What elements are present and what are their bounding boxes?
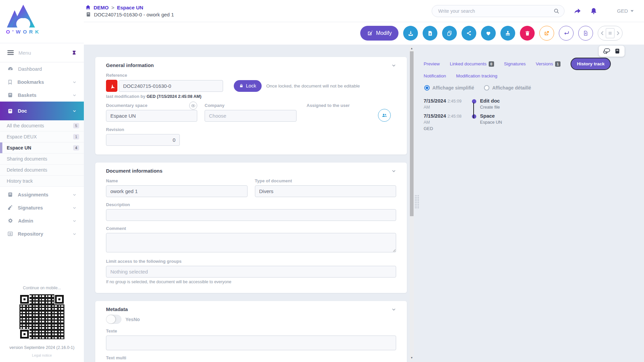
company-label: Company: [205, 103, 297, 108]
name-input[interactable]: [106, 185, 248, 197]
collapse-chevron-icon[interactable]: [391, 307, 396, 312]
timeline-dot: [472, 114, 476, 119]
tab-label: Modification tracking: [456, 73, 497, 78]
vertical-scrollbar[interactable]: ▲ ▼: [410, 47, 414, 360]
doc-submenu: All the documents 5 Espace DEUX 1 Espace…: [0, 120, 84, 187]
history-user: GED: [424, 126, 468, 131]
tab-preview[interactable]: Preview: [424, 61, 440, 66]
external-link-button[interactable]: [539, 26, 554, 41]
comment-textarea[interactable]: [106, 233, 396, 252]
hourglass-icon[interactable]: [72, 50, 76, 55]
return-button[interactable]: [559, 26, 574, 41]
search-icon[interactable]: [553, 8, 559, 14]
menu-toggle[interactable]: Menu: [0, 43, 84, 62]
sidebar-item-bookmarks[interactable]: Bookmarks: [0, 75, 84, 88]
next-doc-icon[interactable]: [616, 31, 620, 36]
document-view-button[interactable]: [578, 26, 593, 41]
tab-versions[interactable]: Versions 1: [536, 61, 560, 67]
collapse-chevron-icon[interactable]: [391, 63, 396, 68]
sub-item-label: Sharing documents: [7, 156, 79, 162]
sidebar-item-repository[interactable]: Repository: [0, 227, 84, 240]
reference-input[interactable]: [119, 80, 223, 92]
sidebar-item-deleted-documents[interactable]: Deleted documents: [0, 165, 84, 176]
sidebar-item-signatures[interactable]: Signatures: [0, 201, 84, 214]
chat-icon[interactable]: [603, 48, 610, 54]
hamburger-icon: [7, 50, 14, 55]
type-of-document-input[interactable]: [255, 185, 396, 197]
radio-affichage-detaille[interactable]: Affichage détaillé: [484, 85, 531, 90]
revision-input[interactable]: [106, 134, 180, 146]
brand-logo: O'WORK: [0, 0, 84, 43]
sidebar-item-doc[interactable]: Doc: [0, 102, 84, 120]
scrollbar-thumb[interactable]: [410, 51, 414, 216]
home-icon[interactable]: [85, 5, 91, 10]
panel-resize-handle[interactable]: [415, 195, 419, 209]
share-button[interactable]: [462, 26, 476, 41]
copy-button[interactable]: [442, 26, 457, 41]
doc-reader-icon[interactable]: [614, 48, 620, 54]
doc-list-icon[interactable]: [606, 28, 614, 38]
menu-label: Menu: [18, 50, 31, 56]
texte-input[interactable]: [106, 336, 396, 350]
tab-history-track[interactable]: History track: [571, 58, 611, 70]
radio-affichage-simplifie[interactable]: Affichage simplifié: [424, 85, 474, 90]
texte-label: Texte: [106, 328, 396, 334]
sidebar-item-baskets[interactable]: Baskets: [0, 88, 84, 102]
doc-pager: [598, 26, 623, 41]
assign-users-button[interactable]: [378, 109, 391, 122]
file-icon: [583, 30, 588, 36]
sidebar-item-espace-deux[interactable]: Espace DEUX 1: [0, 131, 84, 142]
tab-modification-tracking[interactable]: Modification tracking: [456, 73, 497, 78]
sidebar-item-assignments[interactable]: Assignments: [0, 188, 84, 201]
trash-icon: [525, 30, 530, 36]
yesno-toggle[interactable]: [106, 315, 121, 324]
sidebar-item-dashboard[interactable]: Dashboard: [0, 62, 84, 75]
breadcrumb: DEMO > Espace UN DOC240715-01630-0 - owo…: [85, 5, 174, 17]
mountain-logo-icon: [5, 3, 36, 28]
search-input[interactable]: [438, 8, 553, 14]
reference-label: Reference: [106, 73, 396, 78]
tab-signatures[interactable]: Signatures: [504, 61, 526, 66]
favorite-button[interactable]: [481, 26, 496, 41]
modify-button[interactable]: Modify: [360, 26, 398, 41]
prev-doc-icon[interactable]: [601, 31, 604, 36]
heart-icon: [485, 31, 491, 36]
stamp-icon: [505, 30, 511, 36]
groups-select[interactable]: [106, 266, 396, 278]
general-information-card: General information Reference: [95, 57, 407, 155]
download-icon: [408, 30, 414, 37]
notifications-button[interactable]: [590, 7, 597, 15]
documentary-space-input[interactable]: [106, 110, 197, 122]
sidebar-item-label: Admin: [18, 218, 68, 224]
sidebar-item-label: Baskets: [18, 93, 68, 98]
sidebar-item-history-track[interactable]: History track: [0, 176, 84, 187]
documentary-space-label: Documentary space: [106, 103, 148, 108]
upload-version-button[interactable]: [423, 26, 437, 41]
eye-preview-icon[interactable]: [189, 102, 197, 110]
delete-button[interactable]: [520, 26, 535, 41]
sidebar-item-all-documents[interactable]: All the documents 5: [0, 120, 84, 131]
tab-linked-documents[interactable]: Linked documents 0: [450, 61, 494, 67]
lock-button[interactable]: Lock: [234, 80, 262, 92]
content-area: General information Reference: [84, 45, 644, 362]
sidebar-item-espace-un[interactable]: Espace UN 4: [0, 142, 84, 154]
company-input[interactable]: [205, 110, 297, 122]
sidebar-item-sharing-documents[interactable]: Sharing documents: [0, 154, 84, 165]
collapse-chevron-icon[interactable]: [391, 169, 396, 173]
tab-notification[interactable]: Notification: [424, 73, 446, 78]
breadcrumb-root[interactable]: DEMO: [94, 5, 109, 10]
breadcrumb-space[interactable]: Espace UN: [117, 5, 143, 10]
stamp-button[interactable]: [500, 26, 515, 41]
forward-share-button[interactable]: [573, 7, 582, 15]
chevron-down-icon: [72, 193, 76, 197]
tab-label: Signatures: [504, 61, 526, 66]
scroll-down-arrow[interactable]: ▼: [411, 356, 413, 360]
description-input[interactable]: [106, 209, 396, 221]
user-menu[interactable]: GED: [617, 8, 634, 14]
scroll-up-arrow[interactable]: ▲: [411, 47, 413, 51]
last-modification: last modification by GED (7/15/2024 2:45…: [106, 94, 396, 99]
download-button[interactable]: [403, 26, 418, 41]
legal-notice-link[interactable]: Legal notice: [32, 353, 52, 357]
header: DEMO > Espace UN DOC240715-01630-0 - owo…: [84, 0, 644, 45]
sidebar-item-admin[interactable]: Admin: [0, 214, 84, 227]
